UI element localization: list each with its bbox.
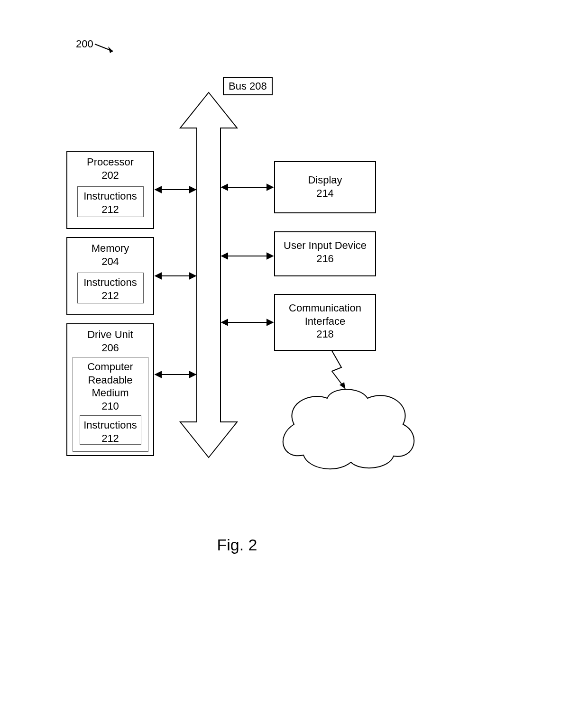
comm-l2: Interface [278, 315, 372, 328]
cloud-block-text: Internet and/or other network(s) 220 [289, 412, 403, 449]
communication-interface-block: Communication Interface 218 [274, 294, 376, 351]
bus-label-box: Bus 208 [223, 77, 273, 95]
ref-arrow-icon [95, 44, 113, 53]
crm-l1: Computer [75, 360, 146, 374]
user-input-title: User Input Device [278, 239, 372, 252]
display-block: Display 214 [274, 161, 376, 213]
bus-arrow-icon [180, 92, 237, 457]
display-title: Display [278, 174, 372, 187]
diagram-canvas: 200 Bus 208 Processor 202 Instructions 2… [0, 0, 588, 704]
drive-unit-num: 206 [70, 341, 150, 355]
figure-ref-number: 200 [76, 38, 93, 50]
drive-unit-title: Drive Unit [70, 328, 150, 341]
display-num: 214 [278, 187, 372, 200]
cloud-l2: network(s) [289, 425, 403, 437]
processor-block: Processor 202 Instructions 212 [66, 151, 154, 229]
memory-num: 204 [70, 255, 150, 268]
processor-instructions-title: Instructions [80, 190, 141, 203]
memory-block: Memory 204 Instructions 212 [66, 237, 154, 315]
processor-title: Processor [70, 155, 150, 169]
memory-instructions-title: Instructions [80, 276, 141, 289]
svg-line-0 [95, 44, 113, 51]
drive-instructions-box: Instructions 212 [80, 415, 141, 445]
cloud-num: 220 [289, 437, 403, 449]
memory-instructions-num: 212 [80, 289, 141, 302]
memory-instructions-box: Instructions 212 [77, 273, 144, 303]
computer-readable-medium-box: Computer Readable Medium 210 Instruction… [73, 357, 148, 452]
figure-caption: Fig. 2 [190, 536, 285, 554]
lightning-icon [332, 351, 345, 389]
crm-num: 210 [75, 400, 146, 413]
processor-instructions-box: Instructions 212 [77, 186, 144, 217]
cloud-l1: Internet and/or other [289, 412, 403, 425]
processor-num: 202 [70, 169, 150, 182]
user-input-device-block: User Input Device 216 [274, 231, 376, 276]
svg-marker-2 [340, 382, 345, 389]
memory-title: Memory [70, 242, 150, 255]
drive-instructions-title: Instructions [82, 419, 139, 432]
svg-marker-1 [108, 46, 113, 53]
crm-l2: Readable [75, 374, 146, 387]
comm-num: 218 [278, 328, 372, 341]
processor-instructions-num: 212 [80, 203, 141, 216]
user-input-num: 216 [278, 252, 372, 265]
drive-unit-block: Drive Unit 206 Computer Readable Medium … [66, 323, 154, 456]
drive-instructions-num: 212 [82, 432, 139, 445]
crm-l3: Medium [75, 386, 146, 400]
comm-l1: Communication [278, 302, 372, 315]
